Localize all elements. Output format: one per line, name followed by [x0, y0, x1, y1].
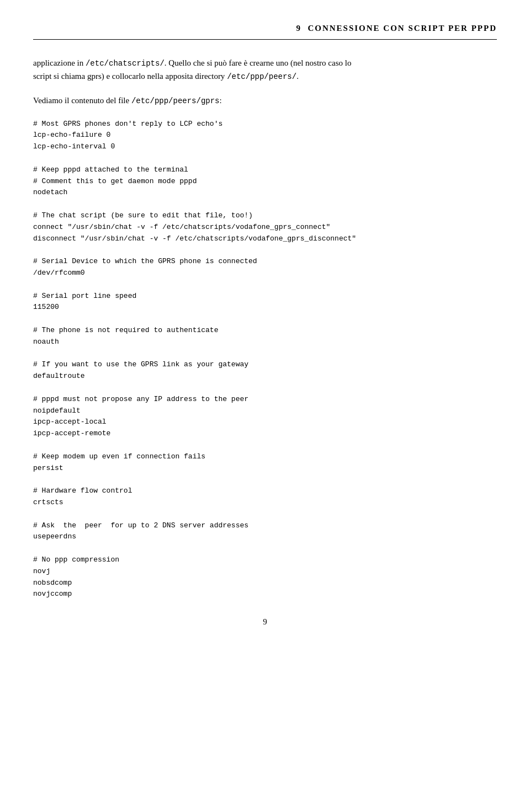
page-footer: 9: [0, 616, 530, 628]
intro-text-1b: . Quello che si può fare è crearne uno (…: [165, 58, 352, 67]
page-container: 9 CONNESSIONE CON SCRIPT PER PPPD applic…: [0, 0, 530, 644]
intro-text-2a: script si chiama gprs) e collocarlo nell…: [33, 72, 227, 81]
code-block: # Most GPRS phones don't reply to LCP ec…: [33, 119, 497, 600]
section-label: Vediamo il contenuto del file /etc/ppp/p…: [33, 94, 497, 107]
intro-code-1: /etc/chatscripts/: [86, 59, 165, 68]
intro-code-2: /etc/ppp/peers/: [227, 72, 296, 81]
chapter-title: CONNESSIONE CON SCRIPT PER PPPD: [308, 24, 497, 33]
page-header: 9 CONNESSIONE CON SCRIPT PER PPPD: [33, 22, 497, 40]
intro-text-1a: applicazione in: [33, 58, 86, 67]
intro-paragraph-1: applicazione in /etc/chatscripts/. Quell…: [33, 56, 497, 83]
page-number: 9: [263, 617, 267, 626]
chapter-number: 9: [296, 24, 301, 33]
section-text-3b: :: [220, 96, 222, 105]
chapter-heading: 9 CONNESSIONE CON SCRIPT PER PPPD: [296, 22, 497, 35]
section-code-3: /etc/ppp/peers/gprs: [131, 97, 220, 105]
intro-text-2b: .: [296, 72, 299, 81]
section-text-3a: Vediamo il contenuto del file: [33, 96, 131, 105]
